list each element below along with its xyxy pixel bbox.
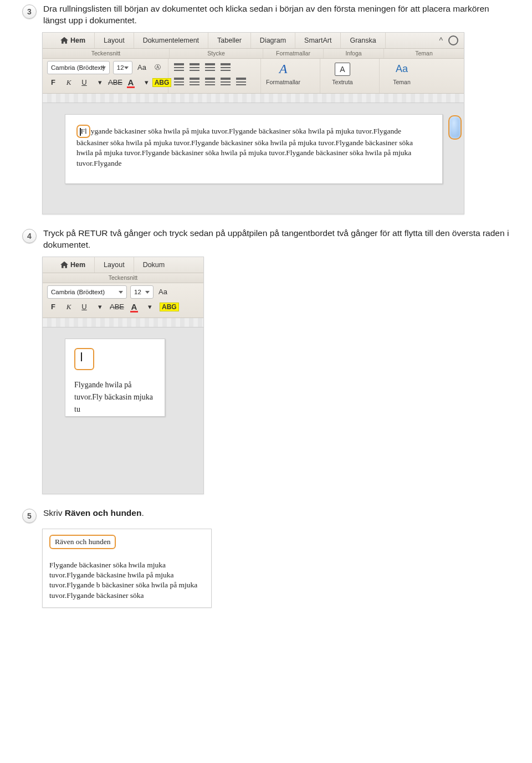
screenshot-typed-title: Räven och hunden Flygande bäckasiner sök… xyxy=(42,529,212,608)
home-icon xyxy=(60,37,68,44)
tab-label: Hem xyxy=(70,37,85,44)
step-3: 3 Dra rullningslisten till början av dok… xyxy=(22,3,510,27)
numbering-button[interactable] xyxy=(188,61,201,73)
tab-granska[interactable]: Granska xyxy=(341,33,385,48)
font-size-combo[interactable]: 12 xyxy=(113,61,132,74)
change-case-button[interactable]: Aa xyxy=(157,286,169,298)
doc-text-fragment: Fl xyxy=(81,127,87,135)
step-number: 5 xyxy=(22,509,37,523)
ribbon-tabs: Hem Layout Dokumentelement Tabeller Diag… xyxy=(43,33,464,49)
dropdown-icon[interactable]: ▾ xyxy=(144,301,156,313)
indent-button[interactable] xyxy=(235,75,247,88)
font-size-combo[interactable]: 12 xyxy=(130,285,154,299)
document-page[interactable]: Flygande bäckasiner söka hwila på mjuka … xyxy=(65,114,443,184)
step-number: 3 xyxy=(22,4,37,19)
highlight-scroll-thumb[interactable] xyxy=(448,115,462,140)
group-label-font: Teckensnitt xyxy=(43,49,170,58)
underline-button[interactable]: U xyxy=(78,301,90,313)
step-4: 4 Tryck på RETUR två gånger och tryck se… xyxy=(22,228,510,251)
textbox-button[interactable]: A Textruta xyxy=(325,61,360,85)
step-text: Dra rullningslisten till början av dokum… xyxy=(43,3,510,27)
ruler xyxy=(43,94,464,103)
bold-button[interactable]: F xyxy=(47,76,59,89)
highlight-title-box: Räven och hunden xyxy=(49,535,116,549)
step-text: Skriv Räven och hunden. xyxy=(43,508,510,519)
step-text-fragment: . xyxy=(141,508,144,518)
screenshot-ribbon-small: Hem Layout Dokum Teckensnitt Cambria (Br… xyxy=(42,257,204,494)
styles-label: Formatmallar xyxy=(266,79,300,85)
italic-button[interactable]: K xyxy=(63,301,75,313)
group-label-font: Teckensnitt xyxy=(43,273,203,283)
ribbon-right-controls: ^ xyxy=(433,33,464,48)
step-text-bold: Räven och hunden xyxy=(65,508,142,518)
justify-button[interactable] xyxy=(219,75,232,88)
align-right-button[interactable] xyxy=(204,75,216,88)
tab-smartart[interactable]: SmartArt xyxy=(295,33,341,48)
step-5: 5 Skriv Räven och hunden. xyxy=(22,508,510,523)
highlight-button[interactable]: ABG xyxy=(156,76,168,89)
gear-icon[interactable] xyxy=(448,35,458,45)
group-label-themes: Teman xyxy=(384,49,464,58)
screenshot-ribbon-full: Hem Layout Dokumentelement Tabeller Diag… xyxy=(42,32,464,214)
textbox-label: Textruta xyxy=(332,79,352,85)
font-name-combo[interactable]: Cambria (Brödtext) xyxy=(47,61,110,74)
tab-dokumentelement[interactable]: Dokumentelement xyxy=(134,33,208,48)
group-label-insert: Infoga xyxy=(324,49,384,58)
themes-button[interactable]: Aa Teman xyxy=(384,61,420,85)
tab-dokumentelement-cut[interactable]: Dokum xyxy=(134,257,174,273)
ribbon-groups-body: Cambria (Brödtext) 12 Aa Ⓐ F K U ▾ ABE A… xyxy=(43,59,464,94)
doc-body-text: Flygande bäckasiner söka hwila mjuka tuv… xyxy=(49,560,204,601)
align-center-button[interactable] xyxy=(188,75,201,88)
tab-layout[interactable]: Layout xyxy=(95,33,134,48)
bold-button[interactable]: F xyxy=(47,301,59,313)
strikethrough-button[interactable]: ABE xyxy=(109,301,125,313)
tab-hem[interactable]: Hem xyxy=(43,33,95,48)
group-label-styles: Formatmallar xyxy=(263,49,324,58)
highlight-button[interactable]: ABG xyxy=(159,301,180,313)
doc-area: Flygande bäckasiner söka hwila på mjuka … xyxy=(43,103,464,214)
step-number: 4 xyxy=(22,229,37,243)
font-name-combo[interactable]: Cambria (Brödtext) xyxy=(47,285,127,299)
document-page[interactable]: Flygande hwila på tuvor.Fly bäckasin mju… xyxy=(65,339,165,417)
highlight-cursor: Fl xyxy=(76,125,90,138)
group-styles: A Formatmallar xyxy=(261,59,320,93)
group-themes: Aa Teman xyxy=(380,59,427,93)
doc-body-text: ygande bäckasiner söka hwila på mjuka tu… xyxy=(76,127,413,167)
styles-button[interactable]: A Formatmallar xyxy=(265,61,301,85)
ruler xyxy=(43,318,203,327)
underline-button[interactable]: U xyxy=(78,76,90,89)
ribbon-group-labels: Teckensnitt Stycke Formatmallar Infoga T… xyxy=(43,49,464,59)
group-label-para: Stycke xyxy=(170,49,263,58)
text-cursor-icon xyxy=(81,352,82,361)
line-spacing-button[interactable] xyxy=(219,61,232,73)
change-case-button[interactable]: Aa xyxy=(136,62,148,74)
font-color-button[interactable]: A xyxy=(125,76,137,89)
tab-tabeller[interactable]: Tabeller xyxy=(208,33,251,48)
align-left-button[interactable] xyxy=(173,75,185,88)
clear-format-button[interactable]: Ⓐ xyxy=(151,62,163,74)
doc-body-text: Flygande hwila på tuvor.Fly bäckasin mju… xyxy=(74,379,160,416)
ribbon-group-labels: Teckensnitt xyxy=(43,273,203,283)
group-insert: A Textruta xyxy=(320,59,380,93)
collapse-caret-icon[interactable]: ^ xyxy=(439,36,443,45)
ribbon-groups-body: Cambria (Brödtext) 12 Aa F K U ▾ ABE A ▾… xyxy=(43,283,203,318)
home-icon xyxy=(60,262,68,268)
italic-button[interactable]: K xyxy=(63,76,75,89)
document-page[interactable]: Räven och hunden Flygande bäckasiner sök… xyxy=(49,535,204,601)
font-color-button[interactable]: A xyxy=(128,301,140,313)
strikethrough-button[interactable]: ABE xyxy=(109,76,121,89)
bullets-button[interactable] xyxy=(173,61,185,73)
group-font: Cambria (Brödtext) 12 Aa Ⓐ F K U ▾ ABE A… xyxy=(43,59,168,93)
themes-label: Teman xyxy=(393,79,411,85)
multilevel-button[interactable] xyxy=(204,61,216,73)
dropdown-icon[interactable]: ▾ xyxy=(94,76,106,89)
dropdown-icon[interactable]: ▾ xyxy=(94,301,106,313)
tab-layout[interactable]: Layout xyxy=(95,257,134,273)
tab-diagram[interactable]: Diagram xyxy=(251,33,295,48)
tab-label: Hem xyxy=(70,261,85,269)
group-paragraph xyxy=(168,59,261,93)
dropdown-icon[interactable]: ▾ xyxy=(140,76,152,89)
tab-hem[interactable]: Hem xyxy=(43,257,95,273)
themes-icon: Aa xyxy=(396,63,408,75)
textbox-icon: A xyxy=(335,63,350,76)
